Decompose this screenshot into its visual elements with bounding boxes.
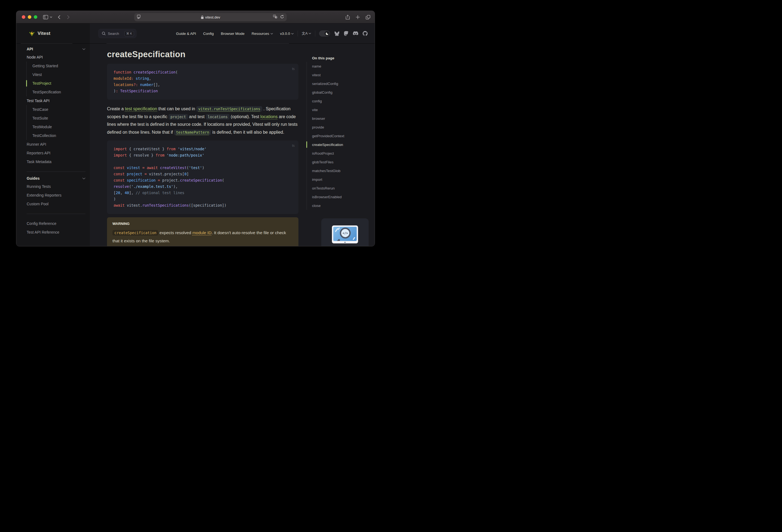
outline-item-provide[interactable]: provide (312, 123, 372, 132)
inline-link[interactable]: testNamePattern (174, 130, 211, 135)
inline-link[interactable]: module ID (192, 230, 212, 235)
github-icon[interactable] (363, 31, 367, 36)
nav-link-config[interactable]: Config (203, 32, 214, 36)
chevron-down-icon (82, 48, 85, 50)
sidebar-item-testspecification[interactable]: TestSpecification (32, 88, 85, 96)
code-line: import { resolve } from 'node:path/posix… (113, 152, 292, 158)
address-bar[interactable]: vitest.dev A 文 (134, 13, 287, 21)
sidebar-item-label: TestModule (32, 125, 52, 129)
translate-icon: 文A (302, 31, 308, 36)
chevron-down-icon (291, 33, 294, 35)
sidebar-item-node-api[interactable]: Node API (27, 53, 85, 62)
code-line: [20, 40], // optional test lines (113, 190, 292, 196)
outline-item-vite[interactable]: vite (312, 105, 372, 114)
social-links (334, 31, 367, 36)
sidebar-item-testcase[interactable]: TestCase (32, 105, 85, 114)
browser-toolbar: vitest.dev A 文 (16, 11, 375, 24)
nav-links: Guide & APIConfigBrowser ModeResourcesv3… (176, 24, 375, 43)
sidebar-item-test-api-reference[interactable]: Test API Reference (27, 228, 85, 237)
sidebar-item-vitest[interactable]: Vitest (32, 70, 85, 79)
sidebar-item-guides[interactable]: Guides (27, 175, 85, 182)
nav-link-guide-api[interactable]: Guide & API (176, 32, 196, 36)
inline-code: createSpecification (112, 230, 158, 236)
share-icon[interactable] (346, 11, 350, 24)
outline-item-getprovidedcontext[interactable]: getProvidedContext (312, 132, 372, 140)
code-block-example[interactable]: ts import { createVitest } from 'vitest/… (107, 141, 298, 214)
outline-item-ontestsrerun[interactable]: onTestsRerun (312, 184, 372, 192)
outline-item-matchestestglob[interactable]: matchesTestGlob (312, 166, 372, 175)
reload-icon[interactable] (280, 15, 284, 20)
language-menu[interactable]: 文A (302, 31, 311, 36)
sidebar-item-testsuite[interactable]: TestSuite (32, 114, 85, 122)
sidebar-item-running-tests[interactable]: Running Tests (27, 182, 85, 191)
close-window-button[interactable] (22, 15, 25, 19)
outline-item-isrootproject[interactable]: isRootProject (312, 149, 372, 157)
sidebar-item-config-reference[interactable]: Config Reference (27, 219, 85, 228)
sponsor-card[interactable]: </> (321, 218, 369, 246)
outline-item-isbrowserenabled[interactable]: isBrowserEnabled (312, 192, 372, 201)
outline-item-serializedconfig[interactable]: serializedConfig (312, 79, 372, 88)
outline-item-import[interactable]: import (312, 175, 372, 184)
spacer (27, 217, 85, 219)
code-line: const specification = project.createSpec… (113, 177, 292, 183)
sidebar-item-custom-pool[interactable]: Custom Pool (27, 200, 85, 208)
sidebar-item-reporters-api[interactable]: Reporters API (27, 149, 85, 157)
sidebar-item-label: Guides (27, 176, 39, 180)
outline-item-config[interactable]: config (312, 97, 372, 105)
code-lang-badge: ts (292, 66, 295, 72)
sidebar-item-extending-reporters[interactable]: Extending Reporters (27, 191, 85, 200)
toolbar-chevron-down-icon[interactable] (50, 11, 52, 24)
nav-link-label: Resources (252, 32, 269, 36)
outline-item-name[interactable]: name (312, 62, 372, 71)
nav-link-browser-mode[interactable]: Browser Mode (221, 32, 245, 36)
divider (315, 31, 315, 36)
inline-link[interactable]: vitest.runTestSpecifications (196, 106, 262, 112)
back-button[interactable] (58, 11, 61, 24)
divider (27, 172, 85, 172)
sidebar-item-label: TestCase (32, 107, 48, 112)
sidebar-item-label: Reporters API (27, 151, 50, 155)
inline-link[interactable]: test specification (125, 106, 157, 111)
sidebar-group: TestCaseTestSuiteTestModuleTestCollectio… (26, 105, 85, 140)
sidebar-item-api[interactable]: API (27, 45, 85, 53)
sidebar-item-testcollection[interactable]: TestCollection (32, 131, 85, 140)
sidebar-item-testmodule[interactable]: TestModule (32, 122, 85, 131)
outline-item-createspecification[interactable]: createSpecification (312, 140, 372, 149)
sidebar-toggle-icon[interactable] (43, 11, 48, 24)
discord-icon[interactable] (353, 31, 358, 36)
site-logo[interactable]: Vitest (29, 24, 50, 43)
inline-code: locations (206, 114, 229, 119)
bluesky-icon[interactable] (334, 31, 340, 36)
inline-link[interactable]: locations (260, 114, 278, 119)
code-line: moduleId: string, (113, 75, 292, 82)
outline-item-globalconfig[interactable]: globalConfig (312, 88, 372, 97)
theme-toggle[interactable] (319, 31, 330, 36)
sidebar-item-runner-api[interactable]: Runner API (27, 140, 85, 149)
tab-overview-icon[interactable] (366, 11, 370, 24)
sidebar-item-test-task-api[interactable]: Test Task API (27, 96, 85, 105)
forward-button[interactable] (67, 11, 70, 24)
sidebar-item-label: TestSuite (32, 116, 48, 120)
outline-item-vitest[interactable]: vitest (312, 71, 372, 79)
code-line: const vitest = await createVitest('test'… (113, 165, 292, 171)
description-paragraph: Create a test specification that can be … (107, 105, 298, 136)
minimize-window-button[interactable] (28, 15, 31, 19)
code-block-signature[interactable]: ts function createSpecification( moduleI… (107, 64, 298, 100)
nav-link-resources[interactable]: Resources (252, 32, 273, 36)
mastodon-icon[interactable] (344, 31, 349, 36)
outline-item-globtestfiles[interactable]: globTestFiles (312, 157, 372, 166)
sidebar-item-task-metadata[interactable]: Task Metadata (27, 157, 85, 166)
nav-link-v3-0-0[interactable]: v3.0.0 (280, 32, 294, 36)
sidebar-item-getting-started[interactable]: Getting Started (32, 62, 85, 70)
site-title: Vitest (38, 31, 50, 36)
translate-icon[interactable]: A 文 (273, 15, 278, 20)
search-button[interactable]: Search ⌘ K (98, 29, 136, 38)
outline-item-browser[interactable]: browser (312, 114, 372, 123)
zoom-window-button[interactable] (34, 15, 37, 19)
outline-item-close[interactable]: close (312, 201, 372, 210)
sidebar-item-label: Test API Reference (27, 230, 59, 235)
chevron-down-icon (309, 33, 311, 34)
sidebar-item-testproject[interactable]: TestProject (32, 79, 85, 88)
moon-icon (326, 32, 329, 35)
new-tab-icon[interactable] (356, 11, 360, 24)
